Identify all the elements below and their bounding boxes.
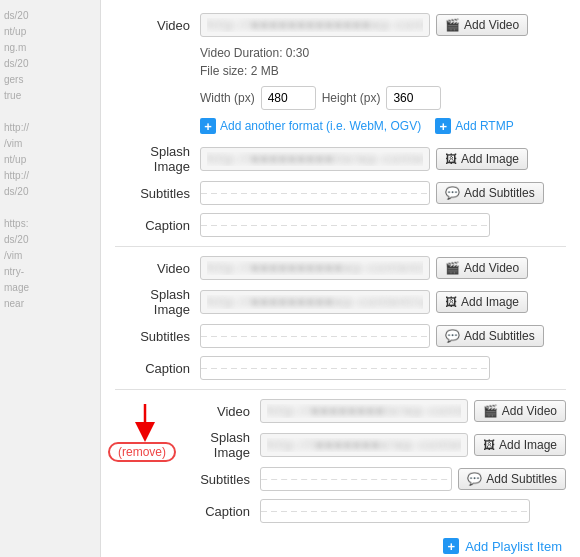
video-row-2: Video 🎬 Add Video [115,255,566,281]
dimension-row: Width (px) Height (px) [200,86,566,110]
caption-row-1: Caption [115,212,566,238]
video-meta: Video Duration: 0:30 File size: 2 MB [200,44,566,80]
splash-url-input-2[interactable] [200,290,430,314]
add-format-link[interactable]: + Add another format (i.e. WebM, OGV) [200,118,421,134]
splash-image-label-1: Splash Image [115,144,200,174]
video-url-input-2[interactable] [200,256,430,280]
add-subtitles-button-2[interactable]: 💬 Add Subtitles [436,325,544,347]
subtitles-label-3: Subtitles [175,472,260,487]
add-image-button-1[interactable]: 🖼 Add Image [436,148,528,170]
subtitles-input-2[interactable] [200,324,430,348]
splash-url-input-1[interactable] [200,147,430,171]
subtitles-label-1: Subtitles [115,186,200,201]
left-sidebar: ds/20nt/upng.mds/20gerstruehttp:///vimnt… [0,0,100,557]
subtitles-row-2: Subtitles 💬 Add Subtitles [115,323,566,349]
caption-input-1[interactable] [200,213,490,237]
add-subtitles-button-1[interactable]: 💬 Add Subtitles [436,182,544,204]
add-playlist-icon: + [443,538,459,554]
video-url-input-3[interactable] [260,399,468,423]
add-rtmp-link[interactable]: + Add RTMP [435,118,513,134]
arrow-indicator [125,402,165,442]
subtitles-icon-3: 💬 [467,472,482,486]
splash-url-input-3[interactable] [260,433,468,457]
subtitles-row-1: Subtitles 💬 Add Subtitles [115,180,566,206]
splash-image-row-1: Splash Image 🖼 Add Image [115,144,566,174]
caption-label-1: Caption [115,218,200,233]
add-video-button-1[interactable]: 🎬 Add Video [436,14,528,36]
add-image-button-2[interactable]: 🖼 Add Image [436,291,528,313]
add-format-icon: + [200,118,216,134]
subtitles-input-3[interactable] [260,467,452,491]
add-subtitles-button-3[interactable]: 💬 Add Subtitles [458,468,566,490]
image-icon-2: 🖼 [445,295,457,309]
image-icon-3: 🖼 [483,438,495,452]
add-video-button-2[interactable]: 🎬 Add Video [436,257,528,279]
splash-image-row-3: Splash Image 🖼 Add Image [175,430,566,460]
add-video-button-3[interactable]: 🎬 Add Video [474,400,566,422]
add-playlist-button[interactable]: Add Playlist Item [465,539,562,554]
caption-input-2[interactable] [200,356,490,380]
video-label-2: Video [115,261,200,276]
add-playlist-row: + Add Playlist Item [115,538,566,554]
caption-input-3[interactable] [260,499,530,523]
image-icon-1: 🖼 [445,152,457,166]
video-url-input-1[interactable] [200,13,430,37]
video-icon-1: 🎬 [445,18,460,32]
splash-image-label-2: Splash Image [115,287,200,317]
video-label-1: Video [115,18,200,33]
video-row-3: Video 🎬 Add Video [175,398,566,424]
add-rtmp-icon: + [435,118,451,134]
caption-label-2: Caption [115,361,200,376]
subtitles-icon-2: 💬 [445,329,460,343]
subtitles-input-1[interactable] [200,181,430,205]
caption-row-3: Caption [175,498,566,524]
main-panel: Video 🎬 Add Video Video Duration: 0:30 F… [100,0,580,557]
remove-button[interactable]: (remove) [108,442,176,462]
splash-image-row-2: Splash Image 🖼 Add Image [115,287,566,317]
height-input[interactable] [386,86,441,110]
subtitles-icon-1: 💬 [445,186,460,200]
video-icon-2: 🎬 [445,261,460,275]
width-input[interactable] [261,86,316,110]
caption-row-2: Caption [115,355,566,381]
video-icon-3: 🎬 [483,404,498,418]
subtitles-row-3: Subtitles 💬 Add Subtitles [175,466,566,492]
format-row: + Add another format (i.e. WebM, OGV) + … [200,118,566,134]
add-image-button-3[interactable]: 🖼 Add Image [474,434,566,456]
video-label-3: Video [175,404,260,419]
caption-label-3: Caption [175,504,260,519]
subtitles-label-2: Subtitles [115,329,200,344]
video-row-1: Video 🎬 Add Video [115,12,566,38]
splash-image-label-3: Splash Image [175,430,260,460]
